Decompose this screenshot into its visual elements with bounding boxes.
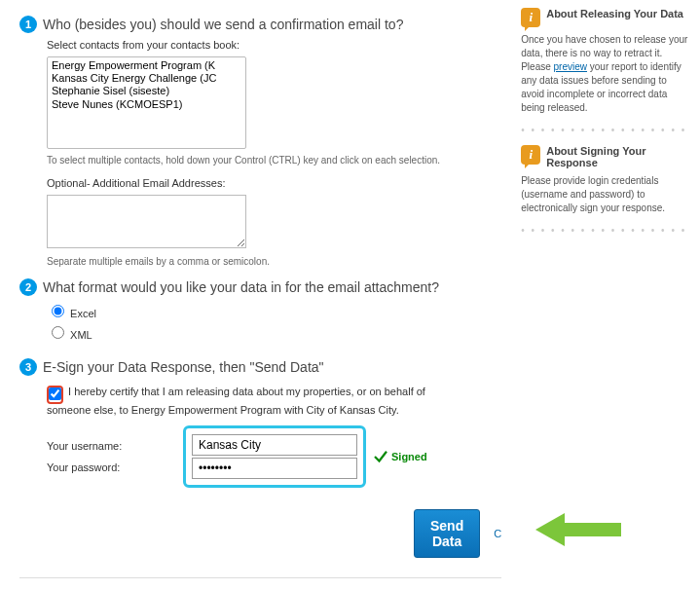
sidebar-divider: • • • • • • • • • • • • • • • • • • bbox=[521, 125, 691, 135]
format-excel-option[interactable]: Excel bbox=[47, 308, 96, 319]
svg-marker-0 bbox=[535, 513, 621, 546]
step3-title: E-Sign your Data Response, then "Send Da… bbox=[43, 359, 324, 375]
contact-option[interactable]: Stephanie Sisel (siseste) bbox=[50, 85, 243, 97]
step-badge-3: 3 bbox=[19, 358, 37, 376]
preview-link[interactable]: preview bbox=[554, 61, 587, 72]
sidebar-divider: • • • • • • • • • • • • • • • • • • bbox=[521, 225, 691, 236]
step1-header: 1 Who (besides you) should we send a con… bbox=[19, 16, 501, 33]
checkmark-icon bbox=[372, 448, 389, 465]
additional-emails-textarea[interactable] bbox=[47, 195, 246, 248]
step2-title: What format would you like your data in … bbox=[43, 279, 439, 295]
contacts-listbox[interactable]: Energy Empowerment Program (KKansas City… bbox=[47, 56, 246, 149]
action-row: Send Data C bbox=[19, 509, 501, 558]
step3-header: 3 E-Sign your Data Response, then "Send … bbox=[19, 358, 501, 376]
contacts-select-label: Select contacts from your contacts book: bbox=[47, 39, 501, 51]
certify-text: I hereby certify that I am releasing dat… bbox=[47, 386, 425, 416]
format-xml-radio[interactable] bbox=[52, 326, 64, 339]
sidebar-sign-box: i About Signing Your Response Please pro… bbox=[521, 145, 691, 215]
step-badge-2: 2 bbox=[19, 278, 37, 296]
sidebar-release-box: i About Releasing Your Data Once you hav… bbox=[521, 8, 691, 115]
certify-row: I hereby certify that I am releasing dat… bbox=[47, 386, 465, 416]
contact-option[interactable]: Steve Nunes (KCMOESP1) bbox=[50, 98, 243, 111]
sidebar: i About Releasing Your Data Once you hav… bbox=[521, 8, 691, 584]
sidebar-sign-body: Please provide login credentials (userna… bbox=[521, 174, 691, 215]
certify-highlight bbox=[47, 386, 63, 404]
signed-label: Signed bbox=[391, 451, 427, 462]
format-excel-label: Excel bbox=[70, 308, 96, 319]
username-label: Your username: bbox=[47, 440, 183, 452]
signed-indicator: Signed bbox=[372, 448, 427, 465]
certify-checkbox[interactable] bbox=[49, 387, 61, 400]
info-icon: i bbox=[521, 145, 540, 165]
password-label: Your password: bbox=[47, 461, 183, 473]
format-excel-radio[interactable] bbox=[52, 305, 64, 317]
step1-title: Who (besides you) should we send a confi… bbox=[43, 17, 403, 32]
sidebar-release-body: Once you have chosen to release your dat… bbox=[521, 33, 691, 115]
separate-hint: Separate multiple emails by a comma or s… bbox=[47, 256, 501, 267]
format-xml-label: XML bbox=[70, 329, 92, 341]
send-data-button[interactable]: Send Data bbox=[414, 509, 480, 558]
username-input[interactable] bbox=[192, 434, 357, 456]
sidebar-sign-title: About Signing Your Response bbox=[546, 145, 691, 168]
password-input[interactable] bbox=[192, 458, 357, 479]
step-badge-1: 1 bbox=[19, 16, 37, 33]
sidebar-release-title: About Releasing Your Data bbox=[546, 8, 683, 19]
main-column: 1 Who (besides you) should we send a con… bbox=[19, 8, 501, 584]
credentials-highlight bbox=[183, 425, 366, 488]
contact-option[interactable]: Energy Empowerment Program (K bbox=[50, 59, 243, 72]
multiselect-hint: To select multiple contacts, hold down y… bbox=[47, 155, 501, 166]
info-icon: i bbox=[521, 8, 540, 27]
contact-option[interactable]: Kansas City Energy Challenge (JC bbox=[50, 72, 243, 85]
format-xml-option[interactable]: XML bbox=[47, 329, 92, 341]
step2-header: 2 What format would you like your data i… bbox=[19, 278, 501, 296]
arrow-annotation-icon bbox=[535, 513, 623, 546]
divider bbox=[19, 577, 501, 578]
cancel-link[interactable]: C bbox=[494, 528, 501, 539]
additional-emails-label: Optional- Additional Email Addresses: bbox=[47, 177, 501, 189]
